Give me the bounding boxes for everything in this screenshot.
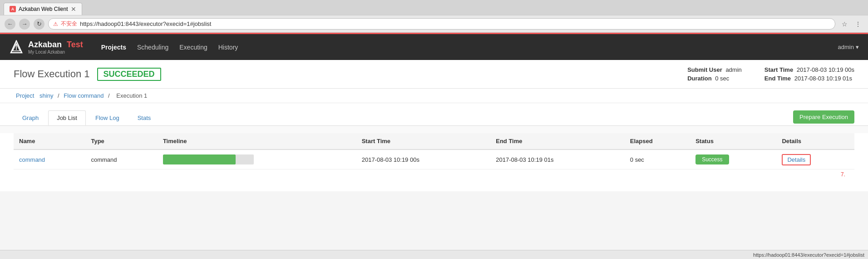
browser-tab[interactable]: A Azkaban Web Client ✕ <box>4 3 82 15</box>
col-header-timeline: Timeline <box>158 133 356 149</box>
tabs-area: Graph Job List Flow Log Stats Prepare Ex… <box>0 103 868 126</box>
timeline-fill <box>163 154 236 164</box>
url-text: https://hadoop01:8443/executor?execid=1#… <box>80 20 211 27</box>
col-header-end-time: End Time <box>490 133 625 149</box>
browser-chrome: A Azkaban Web Client ✕ ← → ↻ ⚠ 不安全 https… <box>0 0 868 33</box>
submit-user-row: Submit User admin <box>687 66 742 73</box>
bookmarks-button[interactable]: ☆ <box>839 19 850 30</box>
table-container: Name Type Timeline Start Time End Time E… <box>0 133 868 191</box>
annotation-label: 7. <box>14 169 854 178</box>
job-name-link[interactable]: command <box>19 156 45 163</box>
job-elapsed-cell: 0 sec <box>625 149 690 169</box>
forward-button[interactable]: → <box>19 19 30 30</box>
logo-area: Azkaban Test My Local Azkaban <box>9 40 83 55</box>
end-time-label: End Time <box>764 75 791 82</box>
back-button[interactable]: ← <box>5 19 15 30</box>
col-header-status: Status <box>690 133 776 149</box>
address-bar[interactable]: ⚠ 不安全 https://hadoop01:8443/executor?exe… <box>48 18 835 30</box>
status-badge: SUCCEEDED <box>97 68 161 81</box>
tabs-list: Graph Job List Flow Log Stats <box>14 110 160 125</box>
security-label: 不安全 <box>61 20 77 28</box>
logo-test-text: Test <box>67 40 83 49</box>
nav-history[interactable]: History <box>218 42 238 53</box>
col-header-elapsed: Elapsed <box>625 133 690 149</box>
main-nav: Projects Scheduling Executing History <box>101 42 838 53</box>
tab-flow-log[interactable]: Flow Log <box>87 110 128 125</box>
user-menu[interactable]: admin ▾ <box>838 44 859 50</box>
meta-col-right: Start Time 2017-08-03 10:19 00s End Time… <box>764 66 854 82</box>
logo-brand: Azkaban Test My Local Azkaban <box>28 40 83 55</box>
end-time-value: 2017-08-03 10:19 01s <box>794 75 852 82</box>
tab-stats[interactable]: Stats <box>129 110 160 125</box>
flow-execution-title: Flow Execution 1 <box>14 68 90 80</box>
timeline-bar <box>163 154 254 164</box>
nav-executing[interactable]: Executing <box>179 42 207 53</box>
submit-user-label: Submit User <box>687 66 722 73</box>
logo-subtitle: My Local Azkaban <box>28 50 83 55</box>
end-time-row: End Time 2017-08-03 10:19 01s <box>764 75 854 82</box>
project-breadcrumb-link[interactable]: shiny <box>39 92 53 99</box>
logo-name: Azkaban Test <box>28 40 83 50</box>
tab-favicon: A <box>10 6 16 12</box>
duration-label: Duration <box>687 75 711 82</box>
tab-close-button[interactable]: ✕ <box>71 5 76 13</box>
job-type-cell: command <box>85 149 157 169</box>
prepare-execution-button[interactable]: Prepare Execution <box>793 110 854 124</box>
tab-bar: A Azkaban Web Client ✕ <box>0 0 868 15</box>
project-breadcrumb-label: Project <box>16 92 34 99</box>
nav-projects[interactable]: Projects <box>101 42 126 53</box>
logo-azkaban-text: Azkaban <box>28 40 62 49</box>
submit-user-value: admin <box>725 66 741 73</box>
tab-job-list[interactable]: Job List <box>48 110 86 125</box>
start-time-row: Start Time 2017-08-03 10:19 00s <box>764 66 854 73</box>
flow-exec-left: Flow Execution 1 SUCCEEDED <box>14 68 161 81</box>
flow-exec-meta: Submit User admin Duration 0 sec Start T… <box>687 66 854 82</box>
browser-toolbar: ← → ↻ ⚠ 不安全 https://hadoop01:8443/execut… <box>0 15 868 32</box>
user-dropdown-icon: ▾ <box>856 44 859 50</box>
table-row: command command 2017-08-03 10:19 00s 201… <box>14 149 854 169</box>
duration-value: 0 sec <box>715 75 729 82</box>
username-label: admin <box>838 44 854 50</box>
flow-execution-header: Flow Execution 1 SUCCEEDED Submit User a… <box>0 60 868 89</box>
col-header-details: Details <box>776 133 854 149</box>
job-start-time-cell: 2017-08-03 10:19 00s <box>356 149 491 169</box>
breadcrumb-sep2: / <box>108 92 110 99</box>
menu-button[interactable]: ⋮ <box>853 19 863 30</box>
nav-scheduling[interactable]: Scheduling <box>137 42 168 53</box>
page-content: Flow Execution 1 SUCCEEDED Submit User a… <box>0 60 868 191</box>
job-name-cell: command <box>14 149 85 169</box>
tab-graph[interactable]: Graph <box>14 110 47 125</box>
job-status-button[interactable]: Success <box>695 154 729 164</box>
flow-breadcrumb-link[interactable]: Flow command <box>64 92 104 99</box>
start-time-label: Start Time <box>764 66 793 73</box>
table-header-row: Name Type Timeline Start Time End Time E… <box>14 133 854 149</box>
breadcrumb-sep1: / <box>58 92 59 99</box>
toolbar-right: ☆ ⋮ <box>839 19 863 30</box>
jobs-table: Name Type Timeline Start Time End Time E… <box>14 133 854 169</box>
details-button[interactable]: Details <box>782 154 811 165</box>
start-time-value: 2017-08-03 10:19 00s <box>797 66 854 73</box>
breadcrumb: Project shiny / Flow command / Execution… <box>0 89 868 103</box>
job-details-cell: Details <box>776 149 854 169</box>
job-status-cell: Success <box>690 149 776 169</box>
col-header-type: Type <box>85 133 157 149</box>
reload-button[interactable]: ↻ <box>34 19 44 30</box>
security-icon: ⚠ <box>53 21 58 27</box>
azkaban-logo-icon <box>9 40 24 55</box>
app-header: Azkaban Test My Local Azkaban Projects S… <box>0 33 868 60</box>
job-end-time-cell: 2017-08-03 10:19 01s <box>490 149 625 169</box>
tab-title: Azkaban Web Client <box>19 6 68 12</box>
execution-breadcrumb-label: Execution 1 <box>116 92 147 99</box>
duration-row: Duration 0 sec <box>687 75 742 82</box>
col-header-name: Name <box>14 133 85 149</box>
meta-col-left: Submit User admin Duration 0 sec <box>687 66 742 82</box>
col-header-start-time: Start Time <box>356 133 491 149</box>
job-timeline-cell <box>158 149 356 169</box>
